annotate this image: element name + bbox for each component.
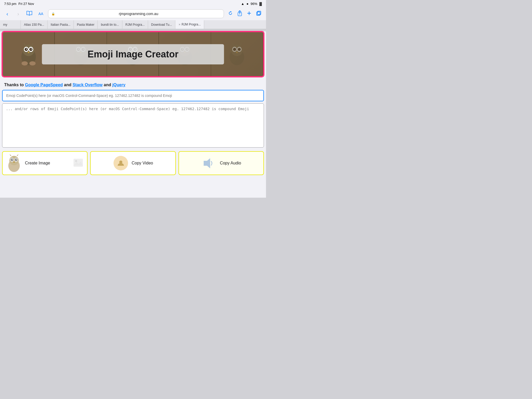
address-bar[interactable]: 🔒 rjmprogramming.com.au	[48, 9, 224, 18]
tab-atlas[interactable]: Atlas 150 Pa...	[21, 20, 48, 29]
hero-banner: Emoji Image Creator	[2, 31, 264, 77]
svg-marker-18	[31, 43, 34, 45]
tab-bundt[interactable]: bundt tin to...	[98, 20, 122, 29]
book-icon	[26, 11, 32, 16]
stack-overflow-link[interactable]: Stack Overflow	[72, 83, 103, 87]
lock-icon: 🔒	[51, 12, 55, 16]
copy-audio-button[interactable]: Copy Audio	[178, 151, 264, 175]
time: 7:53 pm	[4, 2, 16, 6]
tab-label: Pasta Maker	[77, 23, 94, 26]
tabs-icon	[256, 11, 261, 16]
nav-actions	[227, 9, 263, 18]
tab-close-icon[interactable]: ✕	[178, 23, 181, 26]
copy-video-label: Copy Video	[132, 161, 153, 165]
battery-percent: 96%	[250, 2, 257, 6]
hero-title-overlay: Emoji Image Creator	[42, 44, 224, 64]
create-image-label: Create Image	[25, 161, 50, 165]
google-pagespeed-link[interactable]: Google PageSpeed	[25, 83, 63, 87]
battery-icon: ▓	[260, 2, 262, 6]
date: Fri 27 Nov	[18, 2, 34, 6]
thanks-between1: and	[63, 83, 72, 87]
single-codepoint-input[interactable]	[2, 90, 264, 101]
image-placeholder-icon	[73, 158, 83, 167]
svg-marker-76	[204, 158, 210, 168]
svg-point-12	[26, 49, 27, 50]
thanks-prefix: Thanks to	[4, 83, 25, 87]
status-bar-left: 7:53 pm Fri 27 Nov	[4, 2, 34, 6]
url-display: rjmprogramming.com.au	[57, 12, 221, 16]
reading-list-button[interactable]	[25, 10, 34, 18]
owl-image-5	[228, 43, 246, 66]
tab-label: Italian Pasta...	[51, 23, 70, 26]
share-icon	[237, 10, 242, 16]
svg-point-73	[75, 160, 77, 162]
reload-icon	[228, 11, 233, 16]
svg-point-67	[12, 159, 13, 160]
copy-video-button[interactable]: Copy Video	[90, 151, 176, 175]
create-image-button[interactable]: Create Image	[2, 151, 88, 175]
svg-marker-70	[10, 154, 11, 156]
jquery-link[interactable]: jQuery	[112, 83, 125, 87]
copy-audio-label: Copy Audio	[220, 161, 241, 165]
multi-codepoint-input[interactable]	[2, 103, 264, 148]
location-icon: ●	[247, 2, 249, 6]
status-bar: 7:53 pm Fri 27 Nov ▲ ● 96% ▓	[0, 0, 266, 7]
svg-point-56	[233, 48, 236, 51]
add-tab-icon	[247, 11, 251, 16]
tab-my[interactable]: my	[0, 20, 21, 29]
create-image-icon	[6, 155, 22, 171]
tab-pasta-maker[interactable]: Pasta Maker	[74, 20, 98, 29]
reload-button[interactable]	[227, 10, 234, 18]
thanks-line: Thanks to Google PageSpeed and Stack Ove…	[0, 79, 266, 90]
status-bar-right: ▲ ● 96% ▓	[241, 2, 262, 6]
svg-marker-71	[17, 154, 18, 156]
page-content: Emoji Image Creator Thanks to Google Pag…	[0, 31, 266, 198]
tab-italian[interactable]: Italian Pasta...	[48, 20, 74, 29]
tab-label: bundt tin to...	[101, 23, 119, 26]
wifi-icon: ▲	[241, 2, 244, 6]
hero-title: Emoji Image Creator	[57, 49, 208, 60]
tab-label: Download Tu...	[151, 23, 172, 26]
action-buttons: Create Image Copy Video	[0, 148, 266, 179]
tabs-overview-button[interactable]	[255, 10, 263, 18]
owl-image-1	[19, 43, 38, 66]
tab-download[interactable]: Download Tu...	[148, 20, 175, 29]
tab-label: RJM Progra...	[182, 23, 201, 26]
svg-rect-4	[257, 12, 260, 15]
tabs-bar: my Atlas 150 Pa... Italian Pasta... Past…	[0, 20, 266, 29]
copy-video-icon	[113, 155, 129, 171]
text-size-button[interactable]: AA	[36, 11, 45, 17]
svg-point-13	[31, 49, 32, 50]
svg-marker-59	[232, 43, 234, 45]
tab-label: my	[3, 23, 7, 26]
browser-chrome: ‹ › AA 🔒 rjmprogramming.com.au	[0, 7, 266, 29]
speaker-icon	[202, 156, 215, 170]
forward-button[interactable]: ›	[14, 10, 22, 18]
svg-point-15	[22, 61, 28, 65]
share-button[interactable]	[236, 9, 244, 18]
svg-point-16	[29, 61, 36, 65]
person-video-icon	[117, 159, 124, 167]
svg-marker-60	[240, 43, 242, 45]
inputs-section	[0, 90, 266, 148]
video-circle-icon	[114, 156, 128, 170]
tab-label: RJM Progra...	[125, 23, 145, 26]
tab-rjm1[interactable]: RJM Progra...	[122, 20, 148, 29]
svg-point-57	[238, 48, 241, 51]
tab-rjm2[interactable]: ✕ RJM Progra...	[175, 20, 204, 29]
tab-label: Atlas 150 Pa...	[24, 23, 44, 26]
owl-btn-svg	[6, 154, 22, 172]
copy-audio-icon	[201, 155, 217, 171]
svg-point-68	[16, 159, 17, 160]
svg-rect-5	[257, 11, 261, 15]
back-button[interactable]: ‹	[3, 10, 11, 18]
thanks-between2: and	[103, 83, 112, 87]
svg-marker-17	[24, 43, 26, 45]
new-tab-button[interactable]	[245, 10, 253, 18]
nav-bar: ‹ › AA 🔒 rjmprogramming.com.au	[0, 7, 266, 20]
